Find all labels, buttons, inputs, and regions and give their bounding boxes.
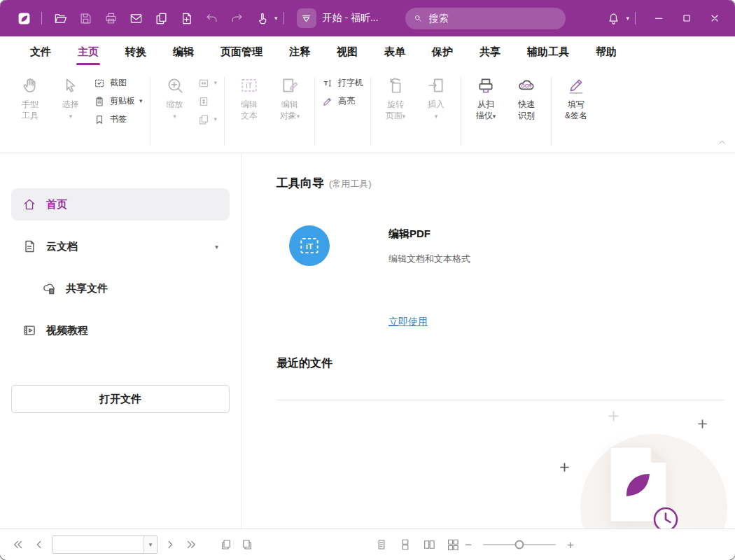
search-icon <box>414 13 422 24</box>
clipboard-button[interactable]: 剪贴板 ▾ <box>94 95 143 107</box>
rotate-pages-button[interactable]: 旋转 页面▾ <box>375 73 416 124</box>
ribbon-divider <box>224 77 225 146</box>
fit-width-icon <box>198 77 210 89</box>
page-number-input[interactable] <box>52 536 144 553</box>
continuous-view-icon[interactable] <box>397 536 414 553</box>
copy-icon[interactable] <box>153 10 169 26</box>
menu-edit[interactable]: 编辑 <box>160 36 207 67</box>
from-scanner-dropdown-icon[interactable]: ▾ <box>493 113 496 120</box>
open-file-button[interactable]: 打开文件 <box>11 385 230 413</box>
separator <box>284 12 284 24</box>
new-document-icon[interactable] <box>178 10 194 26</box>
sidebar-item-cloud-docs[interactable]: 云文档 ▾ <box>11 230 230 262</box>
insert-dropdown-icon[interactable]: ▾ <box>435 113 438 120</box>
sidebar: 首页 云文档 ▾ 共享文件 视频教程 <box>0 153 241 528</box>
zoom-out-button[interactable]: − <box>462 539 475 551</box>
next-view-button[interactable] <box>239 536 255 553</box>
zoom-slider-handle[interactable] <box>515 540 524 550</box>
svg-text:OCR: OCR <box>522 83 532 88</box>
video-tutorial-icon <box>22 323 37 338</box>
menu-form[interactable]: 表单 <box>371 36 419 67</box>
minimize-button[interactable] <box>648 8 669 29</box>
ribbon-divider <box>370 77 371 146</box>
rotate-pages-dropdown-icon[interactable]: ▾ <box>402 113 406 120</box>
quick-ocr-button[interactable]: OCR 快速识别 <box>506 73 547 124</box>
edit-text-button[interactable]: iT 编辑文本 <box>229 73 270 124</box>
zoom-slider[interactable] <box>483 544 556 545</box>
menu-view[interactable]: 视图 <box>323 36 371 67</box>
menu-bar: 文件 主页 转换 编辑 页面管理 注释 视图 表单 保护 共享 辅助工具 帮助 <box>0 36 735 67</box>
save-icon[interactable] <box>78 10 93 26</box>
edit-object-button[interactable]: 编辑 对象▾ <box>270 73 310 124</box>
clipboard-icon <box>94 95 106 107</box>
zoom-tool-button[interactable]: 缩放 ▾ <box>155 73 195 122</box>
search-box[interactable] <box>405 8 566 29</box>
notifications-bell-icon[interactable] <box>606 10 621 26</box>
next-page-button[interactable] <box>162 536 178 553</box>
sidebar-item-shared-files[interactable]: 共享文件 <box>11 272 230 304</box>
highlight-button[interactable]: 高亮 <box>322 95 363 107</box>
menu-file[interactable]: 文件 <box>17 36 64 67</box>
zoom-dropdown-icon[interactable]: ▾ <box>173 113 176 120</box>
single-page-view-icon[interactable] <box>373 536 390 553</box>
edit-object-dropdown-icon[interactable]: ▾ <box>297 113 300 120</box>
sidebar-item-video-tutorials[interactable]: 视频教程 <box>11 314 230 346</box>
edit-object-icon <box>281 76 299 95</box>
fit-page-button[interactable]: ▾ <box>198 113 218 125</box>
fit-width-dropdown-icon[interactable]: ▾ <box>214 80 218 86</box>
notifications-dropdown-icon[interactable]: ▾ <box>626 15 629 22</box>
svg-text:iT: iT <box>306 241 313 251</box>
continuous-facing-view-icon[interactable] <box>444 536 461 553</box>
search-input[interactable] <box>428 12 557 24</box>
start-tab-icon <box>297 8 316 28</box>
undo-icon[interactable] <box>204 10 219 26</box>
first-page-button[interactable] <box>10 536 27 553</box>
facing-view-icon[interactable] <box>421 536 438 553</box>
last-page-button[interactable] <box>183 536 200 553</box>
maximize-button[interactable] <box>676 8 697 29</box>
highlighter-icon <box>322 95 334 107</box>
menu-help[interactable]: 帮助 <box>582 36 630 67</box>
edit-pdf-icon[interactable]: iT <box>289 225 330 266</box>
fit-page-dropdown-icon[interactable]: ▾ <box>214 116 218 122</box>
menu-convert[interactable]: 转换 <box>112 36 160 67</box>
collapse-ribbon-icon[interactable] <box>718 137 727 150</box>
clipboard-dropdown-icon[interactable]: ▾ <box>139 98 143 104</box>
page-number-dropdown-icon[interactable]: ▾ <box>144 536 157 553</box>
hand-tool-button[interactable]: 手型工具 <box>10 73 50 124</box>
menu-page-management[interactable]: 页面管理 <box>207 36 276 67</box>
rotate-pages-icon <box>386 76 405 95</box>
recent-files-divider <box>276 400 725 400</box>
separator <box>41 12 42 24</box>
cloud-docs-expand-icon[interactable]: ▾ <box>215 243 218 251</box>
prev-view-button[interactable] <box>218 536 234 553</box>
touch-mode-icon[interactable] <box>254 10 270 26</box>
use-now-link[interactable]: 立即使用 <box>388 316 428 328</box>
screenshot-button[interactable]: 截图 <box>94 77 143 89</box>
menu-share[interactable]: 共享 <box>466 36 514 67</box>
select-tool-button[interactable]: 选择 ▾ <box>50 73 91 122</box>
close-button[interactable] <box>704 8 725 29</box>
fit-width-button[interactable]: ▾ <box>198 77 218 89</box>
from-scanner-button[interactable]: 从扫 描仪▾ <box>465 73 506 124</box>
open-folder-icon[interactable] <box>52 10 68 26</box>
insert-pages-button[interactable]: 插入 ▾ <box>416 73 456 122</box>
zoom-in-button[interactable]: + <box>564 539 577 551</box>
menu-protect[interactable]: 保护 <box>419 36 466 67</box>
zoom-icon <box>166 76 184 95</box>
fit-height-button[interactable] <box>198 95 218 107</box>
prev-page-button[interactable] <box>31 536 48 553</box>
select-dropdown-icon[interactable]: ▾ <box>69 113 73 120</box>
menu-home[interactable]: 主页 <box>64 36 112 67</box>
mail-icon[interactable] <box>128 10 144 26</box>
touch-mode-dropdown-icon[interactable]: ▾ <box>274 15 278 22</box>
menu-accessibility[interactable]: 辅助工具 <box>514 36 582 67</box>
fill-sign-button[interactable]: 填写&签名 <box>556 73 596 124</box>
print-icon[interactable] <box>103 10 118 26</box>
start-tab[interactable]: 开始 - 福昕... <box>297 8 379 28</box>
sidebar-item-home[interactable]: 首页 <box>11 188 230 220</box>
redo-icon[interactable] <box>229 10 244 26</box>
bookmark-button[interactable]: 书签 <box>94 113 143 125</box>
menu-comment[interactable]: 注释 <box>276 36 323 67</box>
typewriter-button[interactable]: T 打字机 <box>322 77 363 89</box>
